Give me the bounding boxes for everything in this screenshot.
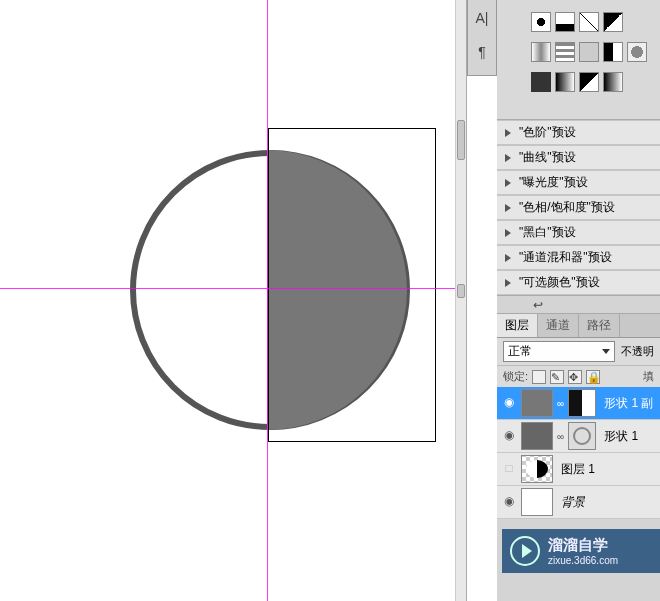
layer-row-shape1[interactable]: ◉ ∞ 形状 1 (497, 420, 660, 453)
lock-transparent-icon[interactable] (532, 370, 546, 384)
color-balance-icon[interactable] (579, 42, 599, 62)
visibility-toggle-icon[interactable]: ◉ (501, 428, 517, 444)
preset-label: "曝光度"预设 (519, 174, 588, 191)
scrollbar-vertical[interactable] (455, 0, 467, 601)
chevron-right-icon (505, 179, 511, 187)
invert-icon[interactable] (531, 72, 551, 92)
black-white-icon[interactable] (603, 42, 623, 62)
layer-name: 形状 1 (600, 428, 638, 445)
watermark-text: 溜溜自学 zixue.3d66.com (548, 536, 618, 566)
guide-horizontal[interactable] (0, 288, 455, 289)
character-panel-icon[interactable]: A| (468, 6, 496, 34)
chevron-right-icon (505, 254, 511, 262)
blend-mode-value: 正常 (508, 343, 532, 360)
curves-icon[interactable] (579, 12, 599, 32)
visibility-toggle-icon[interactable]: ◉ (501, 395, 517, 411)
layers-list: ◉ ∞ 形状 1 副 ◉ ∞ 形状 1 □ 图层 1 ◉ 背景 (497, 387, 660, 519)
layer-row-layer1[interactable]: □ 图层 1 (497, 453, 660, 486)
guide-vertical[interactable] (267, 0, 268, 601)
watermark-title: 溜溜自学 (548, 536, 618, 555)
opacity-label: 不透明 (621, 344, 654, 359)
tab-channels[interactable]: 通道 (538, 314, 579, 337)
preset-levels[interactable]: "色阶"预设 (497, 120, 660, 145)
vector-mask-thumbnail[interactable] (568, 389, 596, 417)
preset-curves[interactable]: "曲线"预设 (497, 145, 660, 170)
panels-right: "色阶"预设 "曲线"预设 "曝光度"预设 "色相/饱和度"预设 "黑白"预设 … (497, 0, 660, 601)
scrollbar-thumb[interactable] (457, 120, 465, 160)
lock-row: 锁定: ✎ ✥ 🔒 填 (497, 366, 660, 387)
vibrance-icon[interactable] (531, 42, 551, 62)
levels-icon[interactable] (555, 12, 575, 32)
lock-all-icon[interactable]: 🔒 (586, 370, 600, 384)
lock-label: 锁定: (503, 369, 528, 384)
layer-name: 背景 (557, 494, 585, 511)
preset-label: "可选颜色"预设 (519, 274, 600, 291)
preset-selective-color[interactable]: "可选颜色"预设 (497, 270, 660, 295)
scrollbar-thumb[interactable] (457, 284, 465, 298)
visibility-toggle-icon[interactable]: ◉ (501, 494, 517, 510)
chevron-right-icon (505, 204, 511, 212)
layer-thumbnail[interactable] (521, 488, 553, 516)
paragraph-panel-icon[interactable]: ¶ (468, 40, 496, 68)
preset-channel-mixer[interactable]: "通道混和器"预设 (497, 245, 660, 270)
hue-saturation-icon[interactable] (555, 42, 575, 62)
layer-row-shape1-copy[interactable]: ◉ ∞ 形状 1 副 (497, 387, 660, 420)
transform-bounding-box[interactable] (268, 128, 436, 442)
chevron-right-icon (505, 279, 511, 287)
preset-hsl[interactable]: "色相/饱和度"预设 (497, 195, 660, 220)
panel-footer: ↩ (497, 295, 660, 313)
lock-position-icon[interactable]: ✥ (568, 370, 582, 384)
preset-bw[interactable]: "黑白"预设 (497, 220, 660, 245)
exposure-icon[interactable] (603, 12, 623, 32)
layer-name: 形状 1 副 (600, 395, 653, 412)
layer-thumbnail[interactable] (521, 389, 553, 417)
mask-link-icon[interactable]: ∞ (557, 398, 564, 409)
blend-mode-row: 正常 不透明 (497, 338, 660, 366)
fill-label: 填 (643, 369, 654, 384)
gradient-map-icon[interactable] (603, 72, 623, 92)
preset-label: "色相/饱和度"预设 (519, 199, 615, 216)
preset-exposure[interactable]: "曝光度"预设 (497, 170, 660, 195)
vector-mask-thumbnail[interactable] (568, 422, 596, 450)
preset-label: "曲线"预设 (519, 149, 576, 166)
adjustments-panel (497, 0, 660, 120)
preset-label: "色阶"预设 (519, 124, 576, 141)
posterize-icon[interactable] (555, 72, 575, 92)
visibility-toggle-icon[interactable]: □ (501, 461, 517, 477)
layer-row-background[interactable]: ◉ 背景 (497, 486, 660, 519)
chevron-down-icon (602, 349, 610, 354)
layer-thumbnail[interactable] (521, 422, 553, 450)
play-icon (510, 536, 540, 566)
canvas[interactable] (0, 0, 455, 601)
adjustment-presets-list: "色阶"预设 "曲线"预设 "曝光度"预设 "色相/饱和度"预设 "黑白"预设 … (497, 120, 660, 295)
chevron-right-icon (505, 129, 511, 137)
tab-paths[interactable]: 路径 (579, 314, 620, 337)
mask-link-icon[interactable]: ∞ (557, 431, 564, 442)
watermark: 溜溜自学 zixue.3d66.com (502, 529, 660, 573)
lock-pixels-icon[interactable]: ✎ (550, 370, 564, 384)
brightness-contrast-icon[interactable] (531, 12, 551, 32)
watermark-subtitle: zixue.3d66.com (548, 555, 618, 566)
chevron-right-icon (505, 229, 511, 237)
layers-panel-tabs: 图层 通道 路径 (497, 313, 660, 338)
photo-filter-icon[interactable] (627, 42, 647, 62)
preset-label: "通道混和器"预设 (519, 249, 612, 266)
preset-label: "黑白"预设 (519, 224, 576, 241)
blend-mode-select[interactable]: 正常 (503, 341, 615, 362)
threshold-icon[interactable] (579, 72, 599, 92)
adjustment-return-icon[interactable]: ↩ (533, 298, 543, 312)
layer-thumbnail[interactable] (521, 455, 553, 483)
tab-layers[interactable]: 图层 (497, 314, 538, 337)
layer-name: 图层 1 (557, 461, 595, 478)
character-toolbar: A| ¶ (467, 0, 497, 76)
chevron-right-icon (505, 154, 511, 162)
